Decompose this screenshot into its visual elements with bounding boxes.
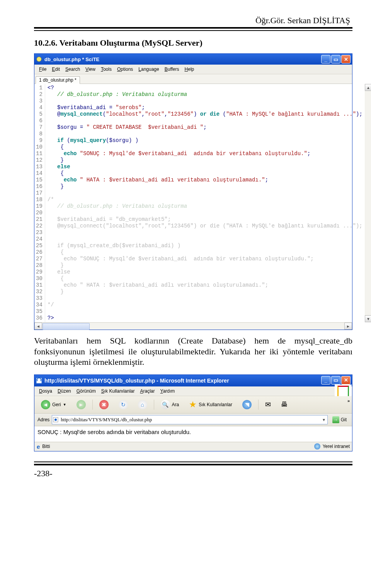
menu-item[interactable]: Düzen bbox=[55, 388, 73, 395]
menu-item[interactable]: Tools bbox=[99, 66, 114, 73]
address-label: Adres bbox=[37, 417, 49, 422]
scroll-thumb[interactable] bbox=[43, 323, 90, 330]
address-box[interactable]: ▾ bbox=[52, 415, 327, 424]
page-favicon-icon bbox=[52, 417, 59, 422]
close-button[interactable]: ✕ bbox=[341, 55, 351, 63]
maximize-button[interactable]: ▭ bbox=[331, 55, 340, 63]
status-right: Yerel intranet bbox=[323, 444, 350, 449]
dropdown-icon: ▼ bbox=[63, 403, 66, 407]
refresh-icon: ↻ bbox=[119, 400, 128, 409]
page-number: -238- bbox=[34, 468, 352, 479]
menu-item[interactable]: File bbox=[37, 66, 49, 73]
menu-item[interactable]: Language bbox=[136, 66, 161, 73]
code-area[interactable]: <? // db_olustur.php : Veritabanı oluştu… bbox=[45, 84, 365, 322]
ie-menubar: DosyaDüzenGörünümSık KullanılanlarAraçla… bbox=[34, 386, 352, 396]
svg-point-3 bbox=[54, 419, 57, 421]
paragraph: Veritabanları hem SQL kodlarının (Create… bbox=[34, 335, 352, 368]
mail-button[interactable]: ✉ bbox=[262, 399, 274, 410]
address-input[interactable] bbox=[59, 417, 320, 423]
scite-window: db_olustur.php * SciTE _ ▭ ✕ FileEditSea… bbox=[34, 53, 352, 330]
home-button[interactable]: ⌂ bbox=[134, 398, 151, 411]
minimize-button[interactable]: _ bbox=[321, 55, 330, 63]
forward-arrow-icon: ► bbox=[77, 400, 86, 409]
ie-page-content: SONUÇ : Mysql'de serobs adında bir verit… bbox=[34, 426, 352, 442]
menu-item[interactable]: Dosya bbox=[37, 388, 54, 395]
ie-toolbar: ◄ Geri ▼ ► ✖ ↻ ⌂ 🔍 Ara ★ Sık Kullanılanl… bbox=[34, 396, 352, 414]
search-label: Ara bbox=[172, 402, 179, 407]
print-button[interactable]: 🖶 bbox=[277, 399, 291, 410]
vertical-scrollbar[interactable]: ▲ ▼ bbox=[365, 84, 371, 322]
go-label: Git bbox=[341, 417, 347, 422]
scite-editor: 1 2 3 4 5 6 7 8 9 10 11 12 13 14 15 16 1… bbox=[34, 84, 352, 322]
menu-item[interactable]: Görünüm bbox=[74, 388, 98, 395]
author-header: Öğr.Gör. Serkan DİŞLİTAŞ bbox=[34, 15, 352, 26]
ie-statusbar: e Bitti Yerel intranet bbox=[34, 442, 352, 451]
scite-app-icon bbox=[36, 56, 42, 62]
back-label: Geri bbox=[52, 402, 61, 407]
home-icon: ⌂ bbox=[138, 400, 147, 409]
favorites-button[interactable]: ★ Sık Kullanılanlar bbox=[186, 398, 236, 411]
print-icon: 🖶 bbox=[281, 400, 288, 409]
menu-item[interactable]: Help bbox=[182, 66, 197, 73]
line-gutter: 1 2 3 4 5 6 7 8 9 10 11 12 13 14 15 16 1… bbox=[34, 84, 45, 322]
back-button[interactable]: ◄ Geri ▼ bbox=[37, 398, 70, 411]
media-button[interactable]: ◥ bbox=[239, 398, 255, 411]
go-arrow-icon: → bbox=[332, 416, 339, 423]
menu-item[interactable]: Yardım bbox=[158, 388, 177, 395]
scite-titlebar[interactable]: db_olustur.php * SciTE _ ▭ ✕ bbox=[34, 54, 352, 65]
forward-button[interactable]: ► bbox=[73, 398, 89, 411]
ie-titlebar[interactable]: http://dislitas/VTYS/MYSQL/db_olustur.ph… bbox=[34, 375, 352, 386]
scite-tabstrip: 1 db_olustur.php * bbox=[34, 74, 352, 84]
ie-e-icon: e bbox=[37, 443, 40, 450]
ie-window: http://dislitas/VTYS/MYSQL/db_olustur.ph… bbox=[34, 374, 352, 451]
refresh-button[interactable]: ↻ bbox=[115, 398, 131, 411]
search-button[interactable]: 🔍 Ara bbox=[157, 398, 183, 411]
zone-icon bbox=[314, 443, 320, 450]
toolbar-overflow-icon[interactable]: » bbox=[347, 398, 350, 403]
search-icon: 🔍 bbox=[161, 400, 170, 409]
scroll-right-icon[interactable]: ► bbox=[344, 323, 352, 330]
star-icon: ★ bbox=[189, 400, 197, 410]
address-dropdown-icon[interactable]: ▾ bbox=[320, 417, 327, 422]
scroll-left-icon[interactable]: ◄ bbox=[34, 323, 42, 330]
status-left: Bitti bbox=[42, 444, 50, 449]
menu-item[interactable]: Buffers bbox=[162, 66, 182, 73]
scroll-up-icon[interactable]: ▲ bbox=[365, 84, 371, 91]
horizontal-scrollbar[interactable]: ◄ ► bbox=[34, 322, 352, 330]
scite-menubar: FileEditSearchViewToolsOptionsLanguageBu… bbox=[34, 65, 352, 74]
svg-point-0 bbox=[37, 57, 41, 62]
go-button[interactable]: → Git bbox=[330, 416, 349, 423]
menu-item[interactable]: Search bbox=[63, 66, 82, 73]
editor-tab[interactable]: 1 db_olustur.php * bbox=[36, 76, 80, 84]
menu-item[interactable]: View bbox=[83, 66, 98, 73]
hr-top bbox=[34, 27, 352, 31]
ie-close-button[interactable]: ✕ bbox=[341, 376, 351, 385]
scroll-down-icon[interactable]: ▼ bbox=[365, 315, 371, 322]
mail-icon: ✉ bbox=[265, 400, 271, 409]
ie-title: http://dislitas/VTYS/MYSQL/db_olustur.ph… bbox=[44, 378, 229, 384]
ie-maximize-button[interactable]: ▭ bbox=[331, 376, 340, 385]
scite-title: db_olustur.php * SciTE bbox=[44, 56, 99, 62]
back-arrow-icon: ◄ bbox=[41, 400, 50, 409]
ie-addressbar: Adres ▾ → Git bbox=[34, 414, 352, 426]
menu-item[interactable]: Options bbox=[115, 66, 135, 73]
ie-minimize-button[interactable]: _ bbox=[321, 376, 330, 385]
stop-button[interactable]: ✖ bbox=[96, 398, 112, 411]
menu-item[interactable]: Sık Kullanılanlar bbox=[99, 388, 137, 395]
media-icon: ◥ bbox=[242, 400, 252, 409]
hr-bottom bbox=[34, 462, 352, 465]
favorites-label: Sık Kullanılanlar bbox=[199, 402, 232, 407]
ie-app-icon bbox=[36, 378, 42, 384]
section-title: 10.2.6. Veritabanı Oluşturma (MySQL Serv… bbox=[34, 38, 352, 48]
menu-item[interactable]: Edit bbox=[49, 66, 62, 73]
stop-icon: ✖ bbox=[99, 400, 109, 409]
menu-item[interactable]: Araçlar bbox=[138, 388, 157, 395]
